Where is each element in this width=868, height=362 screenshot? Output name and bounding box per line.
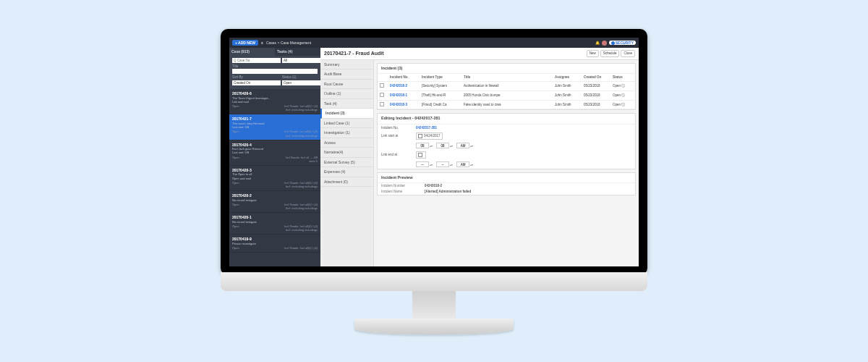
col-header: Incident Type [420,74,461,81]
page-title: 20170421-7 - Fraud Audit [324,50,384,56]
incident-link[interactable]: 04242018-1 [388,90,420,100]
nav-narrative-[interactable]: Narrative(4) [320,148,373,158]
status-select[interactable] [282,80,320,85]
tab-tasks[interactable]: Tasks (4) [275,48,320,56]
nav-investigation-[interactable]: Investigation (1) [320,128,373,138]
incidents-panel: Incident (3) Incident No.Incident TypeTi… [377,63,636,111]
sidebar-tabs: Case (913) Tasks (4) [229,48,320,56]
breadcrumb[interactable]: Cases > Case Management [266,41,311,46]
end-min-stepper[interactable]: ▴▾ [436,161,454,167]
brand-badge: SECURITY [609,41,636,46]
monitor-stand-base [354,319,514,334]
schedule-button[interactable]: Schedule [600,50,620,57]
close-button[interactable]: Close [621,50,635,57]
nav-external-survey-[interactable]: External Survey (5) [320,158,373,168]
case-card[interactable]: 20170420-3The Open to allOpen and mailOp… [229,166,320,191]
notification-icon[interactable]: 🔔 [595,41,600,46]
section-nav: SummaryAudit BaseRoot CauseOutline (1)Ta… [320,60,374,266]
calendar-icon [418,134,422,138]
filter-all-select[interactable] [282,58,320,63]
preview-header: Incident Preview [378,173,635,183]
end-hour-stepper[interactable]: ▴▾ [416,161,433,167]
menu-icon[interactable]: ≡ [261,41,263,46]
end-ampm-stepper[interactable]: ▴▾ [456,161,474,167]
main-header: 20170421-7 - Fraud Audit NewScheduleClos… [320,48,639,60]
edit-header: Editing Incident - 04242017-281 [378,114,635,124]
col-header: Assignee [553,74,582,81]
col-header: Status [610,74,635,81]
row-checkbox[interactable] [380,102,384,106]
col-header: Created On [582,74,610,81]
add-new-button[interactable]: + ADD NEW [232,40,258,46]
table-row[interactable]: 04242018-1[Theft] Hit-and-R2005 Honda Ci… [378,90,635,100]
title-filter-label: Title [232,64,318,69]
sort-label: Sort By [232,75,281,80]
row-checkbox[interactable] [380,93,384,97]
app-screen: + ADD NEW ≡ Cases > Case Management 🔔 SE… [229,38,639,266]
end-label: Link end at [381,153,413,157]
main-area: 20170421-7 - Fraud Audit NewScheduleClos… [320,48,639,266]
status-label: Status (1) [282,75,320,80]
case-card[interactable]: 20170421-7The coach Joey RemandLast met:… [229,114,320,140]
nav-attachment-[interactable]: Attachment (0) [320,177,373,188]
start-min-stepper[interactable]: ▴▾ [436,143,454,148]
incident-no-link[interactable]: 04242017-281 [416,126,437,130]
preview-row: Incident Number04242018-2 [378,183,635,189]
case-card[interactable]: 20170420-4Excl Jack gave RemandLast met:… [229,140,320,166]
nav-linked-case-[interactable]: Linked Case (1) [320,119,373,129]
incidents-header: Incident (3) [378,64,635,74]
start-label: Link start at [381,134,413,138]
case-list[interactable]: 20170426-6The Team Urgent Investigat...L… [229,89,320,266]
case-card[interactable]: 20170419-9Person investigateOpenIncl Goo… [229,235,320,253]
start-ampm-stepper[interactable]: ▴▾ [456,143,474,148]
monitor-chin [221,272,647,291]
case-card[interactable]: 20170420-2No record testigateOpenIncl Go… [229,191,320,213]
incident-preview-panel: Incident Preview Incident Number04242018… [377,172,636,195]
preview-row: Incident Name[Alerted] Administration fa… [378,189,635,195]
start-date-picker[interactable]: 04/24/2017 [416,132,443,140]
table-row[interactable]: 04242018-3[Fraud] Credit CaFake identity… [378,100,635,109]
incident-link[interactable]: 04242018-2 [388,81,420,90]
nav-task-[interactable]: Task (4) [320,99,373,109]
incident-no-label: Incident No. [381,126,413,130]
tab-cases[interactable]: Case (913) [229,48,275,56]
app-bar: + ADD NEW ≡ Cases > Case Management 🔔 SE… [229,38,639,48]
sort-select[interactable] [232,80,281,85]
avatar[interactable] [602,41,607,46]
nav-audit-base[interactable]: Audit Base [320,70,373,80]
nav-outline-[interactable]: Outline (1) [320,89,373,99]
nav-incident-[interactable]: Incident (3) [320,109,373,119]
row-checkbox[interactable] [380,83,384,88]
case-card[interactable]: 20170426-6The Team Urgent Investigat...L… [229,89,320,114]
title-filter-input[interactable] [232,69,318,74]
end-date-picker[interactable] [416,151,426,159]
start-hour-stepper[interactable]: ▴▾ [416,143,433,148]
content-area: Incident (3) Incident No.Incident TypeTi… [374,60,639,266]
search-input[interactable] [232,58,281,63]
new-button[interactable]: New [587,50,599,57]
bezel: + ADD NEW ≡ Cases > Case Management 🔔 SE… [221,29,647,275]
incidents-table: Incident No.Incident TypeTitleAssigneeCr… [378,74,635,109]
nav-access[interactable]: Access [320,138,373,148]
nav-summary[interactable]: Summary [320,60,373,70]
col-header [378,74,388,81]
incident-link[interactable]: 04242018-3 [388,100,420,109]
nav-expenses-[interactable]: Expenses (4) [320,167,373,177]
table-row[interactable]: 04242018-2[Security] SystemAuthenticatio… [378,81,635,90]
monitor-frame: + ADD NEW ≡ Cases > Case Management 🔔 SE… [221,29,647,333]
sidebar: Case (913) Tasks (4) 🔍 Title [229,48,320,266]
case-card[interactable]: 20170420-1No record testigateOpenIncl Go… [229,213,320,235]
sidebar-filters: 🔍 Title Sort By Status (1) [229,56,320,90]
col-header: Incident No. [388,74,420,81]
nav-root-cause[interactable]: Root Cause [320,80,373,90]
col-header: Title [461,74,553,81]
calendar-icon [418,153,422,157]
monitor-stand-neck [412,291,456,319]
edit-incident-panel: Editing Incident - 04242017-281 Incident… [377,113,636,169]
